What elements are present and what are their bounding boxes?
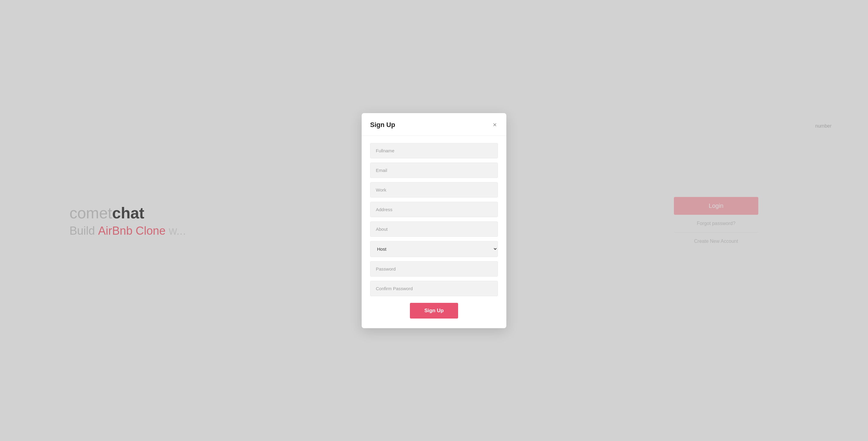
work-input[interactable]	[370, 182, 498, 198]
modal-header: Sign Up ×	[362, 113, 506, 136]
signup-modal: Sign Up × Host Guest Admin Sign Up	[362, 113, 506, 328]
password-input[interactable]	[370, 261, 498, 276]
address-input[interactable]	[370, 202, 498, 217]
about-input[interactable]	[370, 222, 498, 237]
fullname-input[interactable]	[370, 143, 498, 158]
modal-body: Host Guest Admin Sign Up	[362, 136, 506, 328]
modal-overlay: Sign Up × Host Guest Admin Sign Up	[0, 0, 868, 441]
signup-button[interactable]: Sign Up	[410, 303, 458, 319]
role-select[interactable]: Host Guest Admin	[370, 241, 498, 257]
modal-title: Sign Up	[370, 121, 395, 129]
close-button[interactable]: ×	[492, 120, 498, 129]
email-input[interactable]	[370, 163, 498, 178]
confirm-password-input[interactable]	[370, 281, 498, 296]
